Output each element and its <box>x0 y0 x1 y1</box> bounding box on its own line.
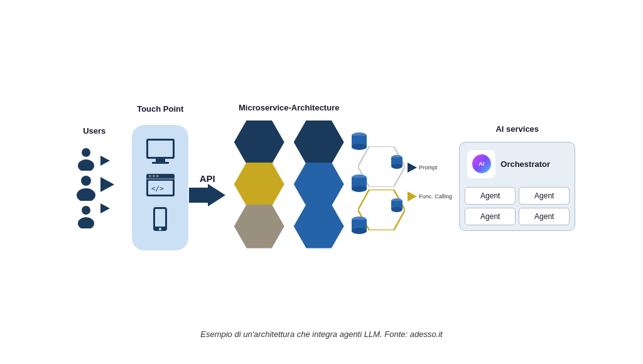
svg-point-3 <box>77 188 95 201</box>
svg-rect-18 <box>155 209 165 227</box>
hex-cluster <box>231 120 347 252</box>
hex-4 <box>294 163 344 206</box>
func-label: Func. Calling <box>419 193 452 200</box>
svg-rect-11 <box>146 178 175 179</box>
monitor-icon <box>143 137 178 167</box>
svg-point-1 <box>78 159 94 171</box>
hex-6 <box>294 205 344 249</box>
agent-btn-1: Agent <box>465 187 516 205</box>
users-arrow-stack <box>100 156 114 213</box>
code-icon: </> <box>143 172 178 200</box>
user-icon-group <box>75 147 97 228</box>
ai-badge: AI <box>472 154 491 173</box>
prompt-row: Prompt <box>408 163 452 173</box>
orchestrator-label: Orchestrator <box>500 159 550 169</box>
main-row: Users <box>20 19 623 323</box>
user-icon-1 <box>76 147 96 171</box>
caption: Esempio di un'architettura che integra a… <box>200 329 442 345</box>
users-icons-area <box>75 141 114 228</box>
svg-rect-9 <box>152 162 169 164</box>
prompt-arrow <box>408 163 417 173</box>
svg-point-2 <box>81 176 91 186</box>
svg-point-22 <box>352 144 367 150</box>
cylinder-top <box>350 132 368 151</box>
arrow-body <box>189 188 208 203</box>
prompt-func-area: Prompt Func. Calling <box>408 163 452 201</box>
ai-services-label: AI services <box>495 124 539 134</box>
touchpoint-section: Touch Point </> <box>126 104 195 250</box>
svg-point-25 <box>352 186 367 192</box>
func-row: Func. Calling <box>408 191 452 201</box>
user-arrow-2 <box>100 177 114 192</box>
svg-point-0 <box>82 148 90 157</box>
agent-btn-4: Agent <box>519 208 570 225</box>
touchpoint-box: </> <box>132 125 188 250</box>
phone-icon <box>151 206 170 238</box>
touchpoint-label: Touch Point <box>137 104 183 114</box>
svg-point-19 <box>159 228 161 230</box>
api-arrow-col: API <box>195 134 220 222</box>
func-arrow <box>408 191 417 201</box>
user-arrow-1 <box>100 156 110 166</box>
agent-btn-3: Agent <box>465 208 516 225</box>
user-icon-2 <box>75 174 97 201</box>
hex-3 <box>234 163 284 206</box>
ai-services-section: AI services AI Orchestrator Agent Agent … <box>455 124 580 231</box>
ai-box: AI Orchestrator Agent Agent Agent Agent <box>459 142 575 231</box>
svg-rect-8 <box>156 159 165 162</box>
user-arrow-3 <box>100 203 110 213</box>
microservice-section: Microservice-Architecture <box>220 103 358 252</box>
hex-1 <box>234 120 284 164</box>
orchestrator-area: AI Orchestrator <box>465 147 570 181</box>
svg-point-14 <box>156 175 159 178</box>
svg-rect-7 <box>148 141 173 157</box>
svg-point-36 <box>391 207 403 212</box>
hex-5 <box>234 205 284 249</box>
users-label: Users <box>83 126 105 136</box>
users-section: Users <box>63 126 126 228</box>
user-icon-3 <box>76 205 96 228</box>
svg-point-32 <box>391 164 403 169</box>
orchestrator-icon: AI <box>467 150 495 178</box>
cylinder-mid <box>350 174 368 193</box>
svg-point-5 <box>78 217 94 228</box>
agents-grid: Agent Agent Agent Agent <box>465 187 570 225</box>
svg-point-4 <box>82 206 90 215</box>
cylinder-bot <box>350 216 368 235</box>
hex-2 <box>294 120 344 164</box>
api-label: API <box>200 173 215 184</box>
diagram-container: Users <box>20 19 623 345</box>
agent-btn-2: Agent <box>519 187 570 205</box>
microservice-label: Microservice-Architecture <box>239 103 339 112</box>
svg-point-28 <box>352 228 367 234</box>
svg-point-13 <box>153 175 155 178</box>
svg-text:</>: </> <box>151 185 164 193</box>
prompt-label: Prompt <box>419 164 437 171</box>
svg-point-12 <box>149 175 151 178</box>
